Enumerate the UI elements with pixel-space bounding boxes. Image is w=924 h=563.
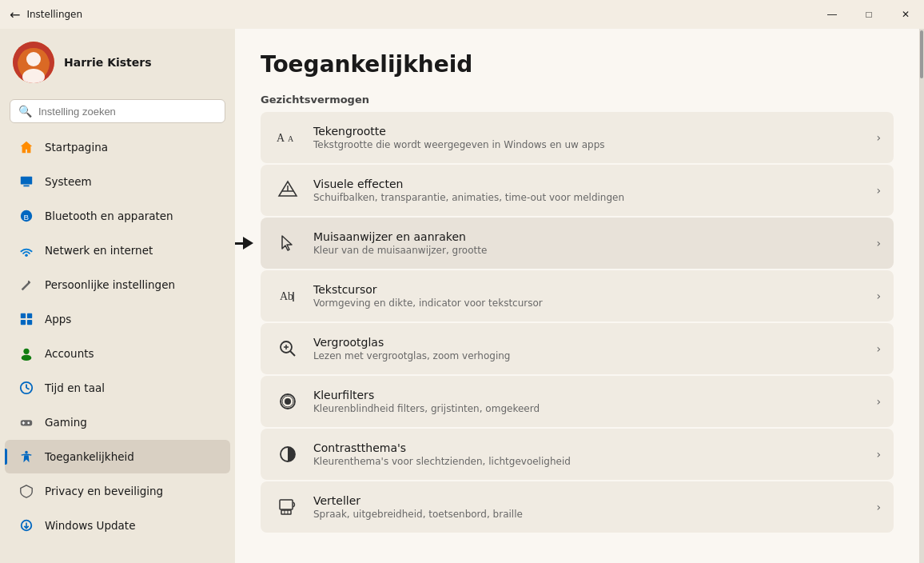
contrastthemas-title: Contrastthema's [313, 441, 865, 454]
svg-text:Ab: Ab [280, 290, 293, 302]
chevron-right-icon: › [876, 342, 881, 355]
svg-line-31 [290, 351, 295, 356]
time-icon [18, 379, 35, 397]
svg-rect-9 [27, 313, 32, 318]
svg-text:B: B [23, 213, 29, 222]
settings-item-kleurfilters[interactable]: Kleurfilters Kleurenblindheid filters, g… [261, 376, 894, 427]
sidebar-item-apps[interactable]: Apps [5, 302, 230, 336]
vergrootglas-title: Vergrootglas [313, 336, 865, 349]
settings-item-muisaanwijzer[interactable]: Muisaanwijzer en aanraken Kleur van de m… [261, 218, 894, 269]
sidebar-item-label: Startpagina [45, 141, 108, 154]
tekengrootte-text: Tekengrootte Tekstgrootte die wordt weer… [313, 125, 865, 150]
tekstcursor-title: Tekstcursor [313, 283, 865, 296]
sidebar-item-label: Persoonlijke instellingen [45, 278, 175, 291]
verteller-desc: Spraak, uitgebreidheid, toetsenbord, bra… [313, 509, 865, 520]
search-icon: 🔍 [18, 105, 32, 118]
search-box[interactable]: 🔍 [10, 99, 225, 123]
muisaanwijzer-desc: Kleur van de muisaanwijzer, grootte [313, 245, 865, 256]
gaming-icon [18, 413, 35, 431]
svg-rect-11 [27, 320, 32, 325]
system-icon [18, 173, 35, 190]
sidebar-item-system[interactable]: Systeem [5, 165, 230, 198]
sidebar-item-label: Gaming [45, 416, 87, 429]
chevron-right-icon: › [876, 289, 881, 302]
visuele-effecten-desc: Schuifbalken, transparantie, animaties, … [313, 192, 865, 203]
sidebar-item-label: Windows Update [45, 519, 135, 532]
sidebar-item-label: Privacy en beveiliging [45, 485, 163, 497]
chevron-right-icon: › [876, 448, 881, 461]
sidebar-item-network[interactable]: Netwerk en internet [5, 234, 230, 267]
sidebar-item-gaming[interactable]: Gaming [5, 405, 230, 439]
svg-point-21 [25, 451, 28, 454]
settings-list: AA Tekengrootte Tekstgrootte die wordt w… [261, 112, 894, 533]
settings-item-verteller[interactable]: Verteller Spraak, uitgebreidheid, toetse… [261, 481, 894, 533]
network-icon [18, 242, 35, 259]
scrollbar[interactable] [919, 29, 924, 563]
svg-rect-38 [280, 500, 293, 509]
scrollbar-thumb[interactable] [920, 30, 923, 78]
apps-icon [18, 310, 35, 328]
close-button[interactable]: ✕ [887, 0, 924, 29]
chevron-right-icon: › [876, 131, 881, 144]
visuele-effecten-icon [273, 176, 302, 205]
page-title: Toegankelijkheid [261, 51, 894, 78]
sidebar-item-label: Toegankelijkheid [45, 450, 134, 463]
settings-item-visuele-effecten[interactable]: Visuele effecten Schuifbalken, transpara… [261, 165, 894, 216]
sidebar-item-privacy[interactable]: Privacy en beveiliging [5, 474, 230, 508]
accounts-icon [18, 345, 35, 362]
nav-menu: Startpagina Systeem B Bluetooth en appar… [0, 130, 235, 543]
settings-item-vergrootglas[interactable]: Vergrootglas Lezen met vergrootglas, zoo… [261, 323, 894, 374]
visuele-effecten-title: Visuele effecten [313, 178, 865, 190]
sidebar-item-label: Accounts [45, 347, 94, 360]
svg-text:A: A [288, 134, 294, 143]
sidebar-item-accounts[interactable]: Accounts [5, 337, 230, 370]
tekstcursor-desc: Vormgeving en dikte, indicator voor teks… [313, 297, 865, 309]
title-bar: ← Instellingen — □ ✕ [0, 0, 924, 29]
sidebar-item-personalize[interactable]: Persoonlijke instellingen [5, 268, 230, 301]
svg-point-35 [285, 398, 291, 405]
user-section: Harrie Kisters [0, 29, 235, 96]
muisaanwijzer-text: Muisaanwijzer en aanraken Kleur van de m… [313, 230, 865, 256]
sidebar-item-bluetooth[interactable]: B Bluetooth en apparaten [5, 199, 230, 233]
verteller-icon [273, 493, 302, 521]
maximize-button[interactable]: □ [850, 0, 887, 29]
svg-rect-3 [21, 177, 32, 185]
kleurfilters-text: Kleurfilters Kleurenblindheid filters, g… [313, 389, 865, 414]
avatar [13, 42, 54, 83]
svg-point-7 [25, 254, 28, 258]
sidebar-item-home[interactable]: Startpagina [5, 130, 230, 164]
section-header: Gezichtsvermogen [261, 94, 894, 106]
minimize-button[interactable]: — [814, 0, 850, 29]
tekstcursor-icon: Ab [273, 282, 302, 310]
sidebar-item-label: Apps [45, 313, 71, 325]
settings-item-tekengrootte[interactable]: AA Tekengrootte Tekstgrootte die wordt w… [261, 112, 894, 163]
home-icon [18, 138, 35, 156]
tekstcursor-text: Tekstcursor Vormgeving en dikte, indicat… [313, 283, 865, 309]
sidebar-item-update[interactable]: Windows Update [5, 509, 230, 542]
chevron-right-icon: › [876, 501, 881, 513]
svg-rect-39 [281, 510, 291, 514]
kleurfilters-title: Kleurfilters [313, 389, 865, 401]
sidebar-item-label: Netwerk en internet [45, 244, 153, 257]
sidebar-item-accessibility[interactable]: Toegankelijkheid [5, 440, 230, 473]
contrastthemas-desc: Kleurenthema's voor slechtzienden, licht… [313, 456, 865, 467]
muisaanwijzer-icon [273, 229, 302, 258]
svg-point-18 [27, 422, 30, 425]
svg-line-16 [26, 388, 30, 389]
chevron-right-icon: › [876, 395, 881, 408]
sidebar-item-time[interactable]: Tijd en taal [5, 371, 230, 405]
contrastthemas-text: Contrastthema's Kleurenthema's voor slec… [313, 441, 865, 467]
back-button[interactable]: ← [10, 7, 20, 22]
tekengrootte-desc: Tekstgrootte die wordt weergegeven in Wi… [313, 139, 865, 150]
svg-rect-8 [21, 313, 26, 318]
personalize-icon [18, 276, 35, 293]
settings-item-tekstcursor[interactable]: Ab Tekstcursor Vormgeving en dikte, indi… [261, 270, 894, 321]
search-input[interactable] [38, 106, 217, 118]
visuele-effecten-text: Visuele effecten Schuifbalken, transpara… [313, 178, 865, 203]
settings-item-contrastthemas[interactable]: Contrastthema's Kleurenthema's voor slec… [261, 429, 894, 480]
chevron-right-icon: › [876, 184, 881, 197]
vergrootglas-icon [273, 334, 302, 363]
verteller-text: Verteller Spraak, uitgebreidheid, toetse… [313, 494, 865, 520]
chevron-right-icon: › [876, 237, 881, 250]
title-bar-left: ← Instellingen [10, 7, 82, 22]
